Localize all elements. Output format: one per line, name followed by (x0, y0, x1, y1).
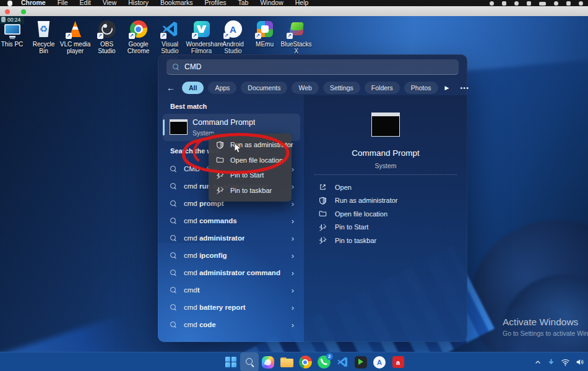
taskbar-copilot-button[interactable] (259, 352, 277, 371)
shortcut-arrow-icon: ↗ (66, 33, 72, 39)
chevron-right-icon: › (292, 251, 294, 260)
preview-title: Command Prompt (304, 148, 467, 158)
overflow-menu-icon[interactable]: ••• (460, 84, 469, 92)
taskbar-android-studio-button[interactable]: A (370, 352, 389, 371)
vscode-icon (337, 356, 348, 368)
action-pin-to-taskbar[interactable]: Pin to taskbar (304, 234, 467, 247)
action-pin-to-start[interactable]: Pin to Start (304, 221, 467, 234)
desktop-icon-obs[interactable]: ↗ OBS Studio (91, 19, 123, 62)
close-window-button[interactable] (5, 9, 10, 14)
tab-folders[interactable]: Folders (365, 82, 400, 94)
context-run-as-administrator[interactable]: Run as administrator (209, 137, 292, 153)
suggestion-cmd-code[interactable]: cmd code › (158, 316, 304, 333)
menu-tab[interactable]: Tab (238, 0, 248, 6)
shortcut-arrow-icon: ↗ (255, 33, 261, 39)
suggestion-cmd-battery-report[interactable]: cmd battery report › (158, 299, 304, 316)
tab-all[interactable]: All (182, 82, 204, 94)
search-icon (245, 357, 254, 367)
chevron-up-icon[interactable] (534, 359, 542, 366)
menu-file[interactable]: File (58, 0, 68, 6)
action-run-as-administrator[interactable]: Run as administrator (304, 194, 467, 208)
shortcut-arrow-icon: ↗ (97, 33, 103, 39)
tab-web[interactable]: Web (292, 82, 318, 94)
desktop-icon-vlc[interactable]: ↗ VLC media player (59, 19, 91, 62)
desktop-icon-chrome[interactable]: ↗ Google Chrome (123, 19, 154, 62)
back-arrow-icon[interactable]: ← (166, 83, 175, 93)
suggestion-cmd-administrator-command[interactable]: cmd administrator command › (158, 264, 304, 281)
command-prompt-icon (170, 119, 188, 135)
search-icon (170, 235, 176, 241)
wifi-icon[interactable] (561, 358, 570, 366)
windows-search-window: CMD ← All Apps Documents Web Settings Fo… (158, 54, 467, 342)
menu-profiles[interactable]: Profiles (204, 0, 226, 6)
context-pin-to-taskbar[interactable]: Pin to taskbar (209, 183, 292, 198)
search-input[interactable]: CMD (166, 59, 459, 75)
this-pc-icon (4, 24, 20, 35)
search-icon (170, 166, 176, 172)
chevron-right-icon: › (292, 216, 294, 226)
menu-history[interactable]: History (128, 0, 149, 6)
macos-titlebar (0, 6, 588, 16)
system-tray (534, 352, 584, 371)
preview-pane: Command Prompt System Open Run as admini… (304, 95, 467, 342)
suggestion-cmd-administrator[interactable]: cmd administrator › (158, 229, 304, 247)
zoom-window-button[interactable] (21, 9, 26, 14)
tab-apps[interactable]: Apps (208, 82, 236, 94)
menu-window[interactable]: Window (260, 0, 283, 6)
menu-chrome[interactable]: Chrome (21, 0, 46, 6)
more-tabs-icon[interactable]: ▶ (443, 85, 452, 91)
menubar-status-icons[interactable] (490, 1, 583, 6)
context-open-file-location[interactable]: Open file location (209, 153, 292, 168)
action-open-file-location[interactable]: Open file location (304, 207, 467, 221)
preview-subtitle: System (304, 162, 467, 169)
recycle-bin-icon: ♻ (37, 21, 51, 37)
search-icon (170, 322, 176, 328)
chevron-right-icon: › (292, 320, 294, 330)
desktop-icon-this-pc[interactable]: This PC (0, 19, 28, 62)
macos-menubar: Chrome File Edit View History Bookmarks … (0, 0, 588, 6)
apple-logo-icon[interactable] (7, 1, 12, 6)
chevron-right-icon: › (292, 286, 294, 295)
suggestion-cmdt[interactable]: cmdt › (158, 281, 304, 299)
admin-shield-icon (216, 141, 224, 149)
taskbar-vscode-button[interactable] (333, 352, 352, 371)
blue-down-arrow-icon[interactable] (547, 358, 555, 366)
tab-settings[interactable]: Settings (323, 82, 360, 94)
volume-icon[interactable] (576, 358, 584, 366)
menu-help[interactable]: Help (295, 0, 309, 6)
context-pin-to-start[interactable]: Pin to Start (209, 168, 292, 183)
menu-edit[interactable]: Edit (80, 0, 91, 6)
pin-icon (216, 186, 224, 194)
taskbar-search-button[interactable] (240, 352, 259, 371)
tab-documents[interactable]: Documents (241, 82, 287, 94)
red-a-app-icon: a (392, 356, 404, 368)
taskbar-memu-button[interactable] (352, 352, 370, 371)
taskbar-chrome-button[interactable] (296, 352, 314, 371)
taskbar-red-a-app-button[interactable]: a (389, 352, 407, 371)
admin-shield-icon (319, 197, 327, 205)
taskbar-file-explorer-button[interactable] (277, 352, 296, 371)
menu-bookmarks[interactable]: Bookmarks (160, 0, 193, 6)
chevron-right-icon: › (292, 268, 294, 278)
search-icon (170, 304, 176, 310)
chevron-right-icon: › (292, 164, 294, 174)
file-explorer-icon (280, 357, 293, 367)
search-icon (170, 270, 176, 276)
suggestion-cmd-commands[interactable]: cmd commands › (158, 212, 304, 229)
action-open[interactable]: Open (304, 181, 467, 194)
open-icon (319, 183, 327, 191)
suggestion-cmd-ipconfig[interactable]: cmd ipconfig › (158, 247, 304, 264)
minimize-window-button[interactable] (13, 9, 18, 14)
desktop-icon-recycle-bin[interactable]: ♻ Recycle Bin (28, 19, 59, 62)
whatsapp-badge: 2 (326, 353, 333, 360)
whatsapp-icon: 2 (318, 356, 331, 369)
search-icon (170, 200, 176, 207)
divider (314, 174, 457, 175)
tab-photos[interactable]: Photos (404, 82, 438, 94)
shortcut-arrow-icon: ↗ (223, 33, 230, 39)
menu-view[interactable]: View (103, 0, 117, 6)
start-icon (225, 357, 236, 368)
pin-icon (319, 223, 327, 231)
taskbar-whatsapp-button[interactable]: 2 (314, 352, 333, 371)
start-button[interactable] (222, 352, 240, 371)
